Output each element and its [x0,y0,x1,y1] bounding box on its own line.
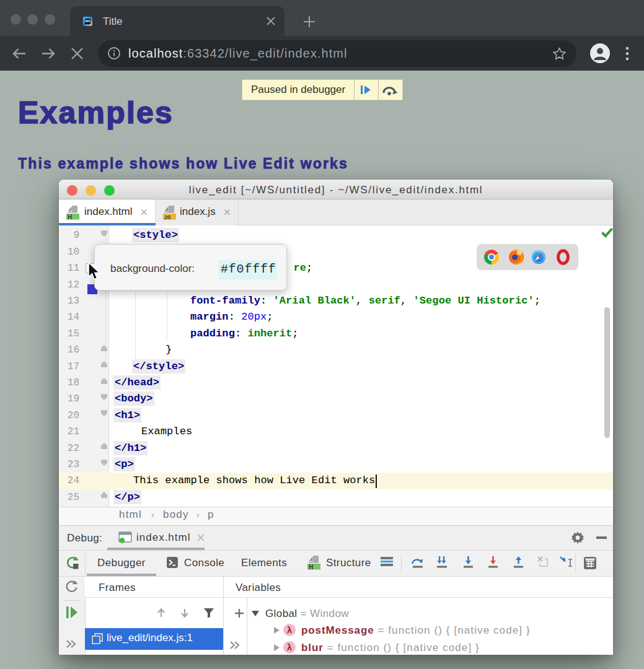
svg-text:JS: JS [164,214,171,221]
svg-text:H: H [309,564,313,571]
svg-text:H: H [68,214,72,221]
